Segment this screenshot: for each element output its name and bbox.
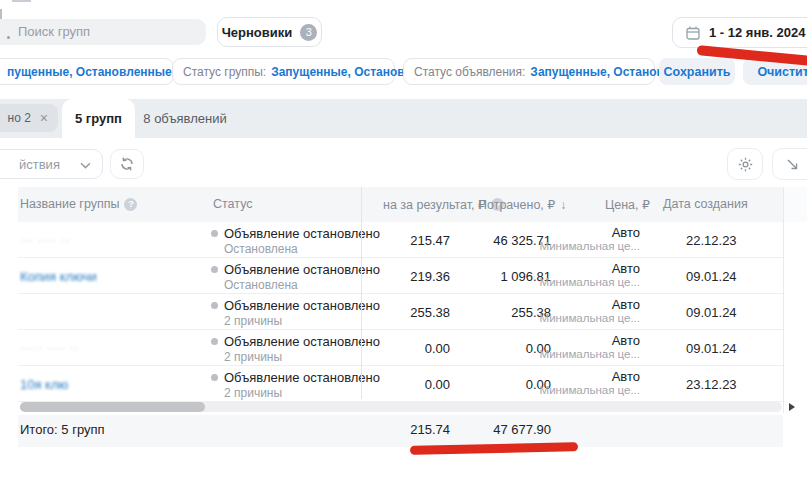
horizontal-scrollbar[interactable] — [20, 402, 782, 412]
export-button[interactable] — [772, 148, 807, 180]
created-date: 09.01.24 — [686, 258, 737, 294]
table-row[interactable]: ····· ···· ·· Объявление остановлено 2 п… — [0, 330, 807, 366]
price-cell: Авто Минимальная це... — [540, 297, 640, 324]
selected-items-label: но 2 — [8, 111, 31, 125]
tab-groups[interactable]: 5 групп — [62, 99, 135, 138]
status-cell: Объявление остановлено 2 причины — [211, 334, 380, 364]
status-text: Объявление остановлено — [224, 262, 380, 277]
save-filters-button[interactable]: Сохранить — [659, 58, 735, 85]
cost-per-result-value: 219.36 — [410, 258, 450, 294]
search-placeholder: Поиск групп — [18, 24, 90, 39]
scrollbar-thumb[interactable] — [20, 402, 205, 412]
column-header-price[interactable]: Цена, ₽ — [605, 197, 650, 212]
scroll-right-arrow-icon[interactable] — [789, 403, 795, 411]
tab-ads[interactable]: 8 объявлений — [135, 99, 235, 138]
cost-per-result-value: 255.38 — [410, 294, 450, 330]
group-name-link[interactable]: Копия ключи — [20, 269, 97, 284]
price-mode: Авто — [612, 225, 640, 240]
status-dot-icon — [211, 302, 218, 309]
table-header-edge — [784, 187, 807, 222]
created-date: 23.12.23 — [686, 366, 737, 402]
price-strategy: Минимальная це... — [540, 276, 640, 288]
price-mode: Авто — [612, 261, 640, 276]
status-dot-icon — [211, 230, 218, 237]
column-header-status[interactable]: Статус — [213, 197, 253, 211]
totals-cost-per-result: 215.74 — [410, 422, 450, 437]
help-icon[interactable]: ? — [124, 198, 137, 211]
status-dot-icon — [211, 338, 218, 345]
totals-spent: 47 677.90 — [493, 422, 551, 437]
price-cell: Авто Минимальная це... — [540, 261, 640, 288]
table-row[interactable]: 10я клю Объявление остановлено 2 причины… — [0, 366, 807, 402]
filter-chip-value: пущенные, Остановленные — [7, 65, 172, 79]
price-mode: Авто — [612, 369, 640, 384]
filter-chip-ad-status[interactable]: Статус объявления: Запущенные, Остановле… — [403, 58, 655, 85]
column-header-spent-label: Потрачено, ₽ — [478, 197, 555, 212]
status-text: Объявление остановлено — [224, 334, 380, 349]
price-strategy: Минимальная це... — [540, 348, 640, 360]
actions-dropdown[interactable]: йствия — [0, 149, 103, 179]
group-name-link[interactable]: ····· ···· ·· — [20, 342, 79, 354]
close-icon[interactable]: × — [40, 111, 48, 125]
column-header-cpr-label: на за результат, ₽ — [383, 197, 486, 212]
status-dot-icon — [211, 266, 218, 273]
filter-chip-label: Статус объявления: — [414, 65, 525, 79]
status-cell: Объявление остановлено Остановлена — [211, 226, 380, 256]
totals-row — [18, 415, 783, 447]
price-mode: Авто — [612, 333, 640, 348]
column-header-price-label: Цена, ₽ — [605, 197, 650, 212]
table-row[interactable]: ··· ···· ·· Объявление остановлено Остан… — [0, 222, 807, 258]
status-text: Объявление остановлено — [224, 370, 380, 385]
status-cell: Объявление остановлено 2 причины — [211, 370, 380, 400]
status-text: Объявление остановлено — [224, 226, 380, 241]
price-strategy: Минимальная це... — [540, 312, 640, 324]
price-mode: Авто — [612, 297, 640, 312]
totals-label: Итого: 5 групп — [20, 422, 105, 437]
calendar-icon — [685, 25, 701, 41]
group-name-link[interactable]: 10я клю — [20, 377, 68, 392]
table-row[interactable]: Объявление остановлено 2 причины 255.38 … — [0, 294, 807, 330]
search-input[interactable]: Поиск групп — [0, 19, 206, 45]
status-cell: Объявление остановлено 2 причины — [211, 298, 380, 328]
substatus-text: 2 причины — [224, 386, 380, 400]
column-header-spent[interactable]: Потрачено, ₽ ↓ — [478, 197, 566, 212]
created-date: 22.12.23 — [686, 222, 737, 258]
cost-per-result-value: 0.00 — [425, 330, 450, 366]
substatus-text: Остановлена — [224, 242, 380, 256]
created-date: 09.01.24 — [686, 330, 737, 366]
column-header-status-label: Статус — [213, 197, 253, 211]
drafts-button[interactable]: Черновики 3 — [217, 17, 322, 47]
chevron-down-icon — [80, 162, 91, 169]
price-cell: Авто Минимальная це... — [540, 225, 640, 252]
filter-chip-group-status[interactable]: Статус группы: Запущенные, Остановленные… — [172, 58, 395, 85]
table-row[interactable]: Копия ключи Объявление остановлено Остан… — [0, 258, 807, 294]
price-cell: Авто Минимальная це... — [540, 333, 640, 360]
export-icon — [786, 158, 799, 171]
settings-button[interactable] — [727, 148, 763, 180]
selected-items-chip[interactable]: но 2 × — [0, 104, 58, 132]
cropped-element-artifact — [12, 0, 31, 2]
status-cell: Объявление остановлено Остановлена — [211, 262, 380, 292]
price-strategy: Минимальная це... — [540, 384, 640, 396]
date-range-label: 1 - 12 янв. 2024 — [709, 25, 805, 40]
column-header-name-label: Название группы — [20, 197, 119, 211]
filter-chip-label: Статус группы: — [183, 65, 266, 79]
column-header-name[interactable]: Название группы ? — [20, 197, 137, 211]
column-header-created[interactable]: Дата создания — [663, 197, 748, 211]
price-strategy: Минимальная це... — [540, 240, 640, 252]
table-right-divider — [783, 187, 784, 413]
status-dot-icon — [211, 374, 218, 381]
ads-manager-screen: Поиск групп Черновики 3 1 - 12 янв. 2024… — [0, 0, 807, 487]
actions-dropdown-label: йствия — [19, 157, 60, 172]
substatus-text: Остановлена — [224, 278, 380, 292]
price-cell: Авто Минимальная це... — [540, 369, 640, 396]
status-text: Объявление остановлено — [224, 298, 380, 313]
substatus-text: 2 причины — [224, 314, 380, 328]
refresh-button[interactable] — [110, 149, 144, 179]
cost-per-result-value: 215.47 — [410, 222, 450, 258]
filter-chip-status[interactable]: пущенные, Остановленные × — [0, 58, 174, 85]
sort-desc-icon: ↓ — [560, 198, 566, 212]
refresh-icon — [119, 156, 135, 172]
group-name-link[interactable]: ··· ···· ·· — [20, 234, 70, 246]
date-range-button[interactable]: 1 - 12 янв. 2024 — [672, 17, 807, 48]
